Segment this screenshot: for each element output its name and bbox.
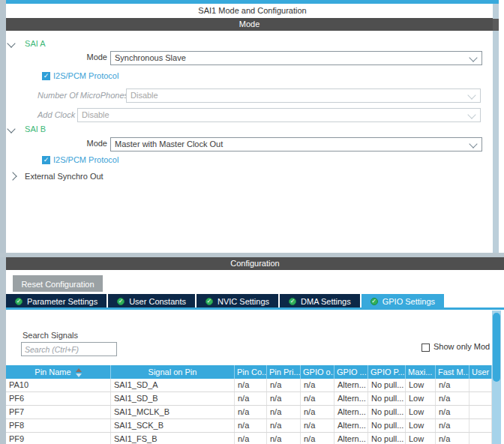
- external-synchro-expand-icon[interactable]: [8, 172, 16, 180]
- sai-a-mode-value: Synchronous Slave: [115, 53, 186, 62]
- sai-a-add-clock-select: Disable: [77, 108, 481, 122]
- left-border-strip: [0, 0, 6, 444]
- check-circle-icon: [117, 298, 124, 305]
- show-only-modified-checkbox[interactable]: [422, 344, 430, 352]
- column-header-fast-mode[interactable]: Fast M...: [436, 365, 470, 379]
- sai-b-protocol-checkbox[interactable]: [42, 156, 50, 164]
- reset-configuration-button[interactable]: Reset Configuration: [13, 275, 103, 292]
- table-row-pf6[interactable]: PF6 SAI1_SD_B n/a n/a n/a Altern... No p…: [6, 392, 492, 406]
- tab-label: NVIC Settings: [218, 297, 269, 306]
- window-title: SAI1 Mode and Configuration: [6, 4, 499, 18]
- sai-a-add-clock-label: Add Clock: [38, 110, 75, 119]
- sai-b-mode-select[interactable]: Master with Master Clock Out: [110, 137, 482, 152]
- table-header-row: Pin Name Signal on Pin Pin Co... Pin Pri…: [6, 365, 492, 379]
- check-circle-icon: [15, 298, 22, 305]
- column-header-pin-privilege[interactable]: Pin Pri...: [267, 365, 301, 379]
- tab-gpio-settings[interactable]: GPIO Settings: [362, 294, 444, 309]
- mode-panel-scrollbar-thumb[interactable]: [493, 19, 499, 31]
- sai-b-mode-value: Master with Master Clock Out: [115, 140, 223, 148]
- sai-a-protocol-label: I2S/PCM Protocol: [53, 71, 118, 80]
- sai1-mode-configuration-window: SAI1 Mode and Configuration Mode SAI A M…: [0, 0, 504, 444]
- check-circle-icon: [289, 298, 296, 305]
- sai-a-mode-select[interactable]: Synchronous Slave: [110, 51, 482, 65]
- chevron-down-icon: [469, 140, 477, 148]
- column-header-user-label[interactable]: User: [470, 365, 492, 379]
- sai-a-microphones-value: Disable: [130, 91, 158, 100]
- search-signals-label: Search Signals: [22, 331, 78, 340]
- sai-b-label: SAI B: [25, 124, 46, 134]
- external-synchro-tree-item[interactable]: External Synchro Out: [10, 172, 104, 181]
- search-input[interactable]: [21, 342, 117, 356]
- sai-b-protocol-label: I2S/PCM Protocol: [53, 155, 118, 164]
- sai-a-tree-item[interactable]: SAI A: [8, 39, 46, 48]
- sai-a-add-clock-value: Disable: [82, 110, 110, 119]
- chevron-down-icon: [467, 91, 476, 99]
- sai-a-protocol-checkbox[interactable]: [42, 72, 50, 80]
- column-header-gpio-output[interactable]: GPIO o...: [301, 365, 334, 379]
- table-row-pf8[interactable]: PF8 SAI1_SCK_B n/a n/a n/a Altern... No …: [6, 419, 492, 433]
- sai-a-microphones-select: Disable: [126, 88, 481, 103]
- column-header-signal-on-pin[interactable]: Signal on Pin: [111, 365, 235, 379]
- sai-a-label: SAI A: [25, 39, 46, 48]
- mode-panel-scrollbar[interactable]: [493, 4, 499, 253]
- tab-label: DMA Settings: [301, 297, 351, 306]
- column-header-gpio-pull[interactable]: GPIO P...: [368, 365, 406, 379]
- sai-a-mode-label: Mode: [86, 52, 107, 62]
- tab-label: GPIO Settings: [382, 297, 435, 306]
- check-circle-icon: [206, 298, 213, 305]
- table-row-pf9[interactable]: PF9 SAI1_FS_B n/a n/a n/a Altern... No p…: [6, 433, 492, 444]
- column-header-pin-name[interactable]: Pin Name: [6, 365, 111, 379]
- tab-label: Parameter Settings: [27, 297, 98, 306]
- sort-asc-icon: [76, 368, 82, 377]
- tab-label: User Constants: [129, 297, 186, 306]
- configuration-section-header: Configuration: [6, 257, 504, 270]
- table-scrollbar[interactable]: [492, 310, 501, 444]
- external-synchro-label: External Synchro Out: [25, 172, 104, 181]
- show-only-modified-label: Show only Mod: [434, 342, 490, 351]
- tab-user-constants[interactable]: User Constants: [108, 294, 195, 309]
- table-row-pa10[interactable]: PA10 SAI1_SD_A n/a n/a n/a Altern... No …: [6, 379, 492, 392]
- check-circle-icon: [370, 298, 378, 305]
- column-header-pin-context[interactable]: Pin Co...: [235, 365, 267, 379]
- column-header-gpio-mode[interactable]: GPIO ...: [334, 365, 368, 379]
- column-header-max-speed[interactable]: Maxi...: [406, 365, 436, 379]
- chevron-down-icon: [469, 53, 477, 62]
- gpio-pins-table: Pin Name Signal on Pin Pin Co... Pin Pri…: [6, 365, 492, 444]
- tab-nvic-settings[interactable]: NVIC Settings: [196, 294, 278, 309]
- active-tab-underline: [6, 308, 504, 310]
- sai-b-tree-item[interactable]: SAI B: [8, 124, 46, 134]
- tab-dma-settings[interactable]: DMA Settings: [280, 294, 360, 309]
- sai-a-microphones-label: Number Of MicroPhones: [38, 91, 128, 100]
- chevron-down-icon: [467, 110, 476, 118]
- mode-section-header: Mode: [6, 18, 493, 31]
- tab-parameter-settings[interactable]: Parameter Settings: [6, 294, 106, 309]
- table-scrollbar-thumb[interactable]: [493, 313, 500, 382]
- sai-b-mode-label: Mode: [86, 139, 107, 148]
- sai-b-collapse-icon[interactable]: [7, 124, 15, 133]
- sai-a-collapse-icon[interactable]: [7, 39, 15, 47]
- settings-tab-bar: Parameter Settings User Constants NVIC S…: [6, 294, 446, 309]
- table-row-pf7[interactable]: PF7 SAI1_MCLK_B n/a n/a n/a Altern... No…: [6, 406, 492, 419]
